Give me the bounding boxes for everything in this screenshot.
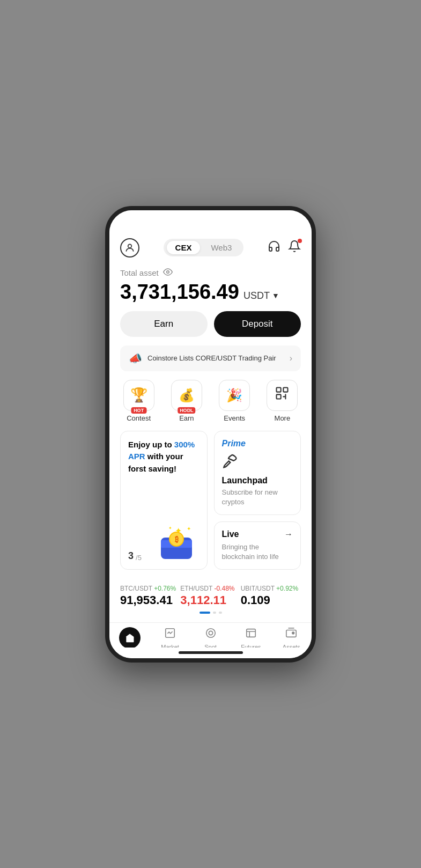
ubit-price: 0.109: [241, 593, 301, 607]
tab-switcher: CEX Web3: [164, 239, 244, 256]
svg-rect-4: [277, 394, 281, 399]
apr-text-before: Enjoy up to: [128, 440, 174, 449]
deposit-button[interactable]: Deposit: [214, 311, 301, 337]
ticker-dot-2: [219, 612, 222, 614]
svg-point-1: [166, 270, 169, 273]
quick-item-more[interactable]: More: [258, 380, 306, 422]
launchpad-card[interactable]: Prime Launchpad Subscribe for new crypto…: [214, 431, 301, 515]
svg-point-15: [209, 631, 212, 635]
svg-rect-16: [247, 629, 256, 637]
svg-rect-17: [286, 630, 296, 637]
ticker-dot-active: [200, 612, 210, 614]
spot-icon: [205, 627, 217, 642]
tab-web3[interactable]: Web3: [202, 241, 240, 254]
ticker-ubit[interactable]: UBIT/USDT +0.92% 0.109: [241, 585, 301, 607]
support-icon[interactable]: [268, 240, 280, 256]
ticker-btc[interactable]: BTC/USDT +0.76% 91,953.41: [120, 585, 180, 607]
banner-arrow-icon: ›: [290, 354, 292, 363]
events-icon: 🎉: [226, 388, 242, 403]
launchpad-rocket-icon: [222, 453, 293, 474]
quick-item-events[interactable]: 🎉 Events: [211, 380, 258, 422]
assets-icon: [285, 627, 297, 642]
home-icon: [119, 627, 141, 647]
live-subtitle: Bringing the blockchain into life: [222, 542, 293, 562]
btc-price: 91,953.41: [120, 593, 180, 607]
live-arrow-icon: →: [284, 529, 293, 539]
more-label: More: [275, 414, 291, 422]
svg-point-0: [128, 244, 132, 248]
nav-futures[interactable]: Futures: [231, 627, 271, 647]
launchpad-subtitle: Subscribe for new cryptos: [222, 488, 293, 507]
prime-label: Prime: [222, 439, 293, 448]
profile-icon[interactable]: [120, 238, 139, 258]
ticker-items: BTC/USDT +0.76% 91,953.41 ETH/USDT -0.48…: [120, 585, 301, 607]
tab-cex[interactable]: CEX: [167, 241, 201, 254]
contest-icon: 🏆: [130, 387, 147, 403]
earn-quick-icon: 💰: [179, 388, 195, 403]
svg-text:✦: ✦: [187, 526, 191, 532]
ticker-eth[interactable]: ETH/USDT -0.48% 3,112.11: [180, 585, 240, 607]
nav-home[interactable]: Home: [109, 627, 150, 647]
bottom-nav: Home Market Spot: [109, 622, 312, 647]
asset-label: Total asset: [120, 267, 301, 278]
svg-rect-3: [284, 388, 288, 392]
svg-text:✦: ✦: [168, 526, 172, 531]
card-page-total: /5: [136, 554, 142, 562]
earn-button[interactable]: Earn: [120, 311, 208, 337]
events-label: Events: [224, 414, 245, 422]
live-card[interactable]: Live → Bringing the blockchain into life: [214, 521, 301, 570]
asset-amount: 3,731,156.49 USDT ▼: [120, 281, 301, 304]
card-page-current: 3: [128, 550, 134, 562]
action-buttons: Earn Deposit: [109, 311, 312, 345]
notification-badge: [298, 239, 302, 243]
banner-text: Coinstore Lists CORE/USDT Trading Pair: [147, 354, 276, 362]
ticker-section: BTC/USDT +0.76% 91,953.41 ETH/USDT -0.48…: [109, 578, 312, 622]
nav-assets[interactable]: Assets: [271, 627, 312, 647]
announcement-banner[interactable]: 📣 Coinstore Lists CORE/USDT Trading Pair…: [120, 345, 301, 371]
ubit-change: +0.92%: [276, 585, 298, 592]
btc-change: +0.76%: [154, 585, 176, 592]
home-indicator: [109, 648, 312, 658]
header: CEX Web3: [109, 234, 312, 262]
hodl-badge: HODL: [178, 407, 196, 414]
eth-price: 3,112.11: [180, 593, 240, 607]
svg-text:₿: ₿: [174, 535, 178, 543]
eye-icon[interactable]: [163, 267, 173, 278]
asset-section: Total asset 3,731,156.49 USDT ▼: [109, 262, 312, 311]
currency-dropdown-icon[interactable]: ▼: [272, 291, 279, 300]
nav-market[interactable]: Market: [150, 627, 190, 647]
nav-spot[interactable]: Spot: [190, 627, 231, 647]
earn-quick-label: Earn: [179, 414, 194, 422]
market-icon: [164, 627, 176, 642]
contest-label: Contest: [127, 414, 151, 422]
quick-item-contest[interactable]: 🏆 HOT Contest: [115, 380, 163, 422]
megaphone-icon: 📣: [129, 352, 142, 365]
quick-item-earn[interactable]: 💰 HODL Earn: [163, 380, 210, 422]
notification-icon[interactable]: [288, 240, 301, 256]
ticker-dot-1: [213, 612, 216, 614]
futures-icon: [245, 627, 257, 642]
ticker-dots: [120, 607, 301, 618]
svg-rect-2: [277, 388, 281, 392]
more-icon: [275, 386, 290, 404]
quick-icons-row: 🏆 HOT Contest 💰 HODL Earn 🎉 Events: [109, 380, 312, 431]
live-title: Live: [222, 529, 239, 539]
cards-grid: Enjoy up to 300% APR with your forst sav…: [120, 431, 301, 570]
hot-badge: HOT: [131, 407, 146, 414]
svg-point-14: [206, 629, 215, 638]
wallet-illustration: ✦ ✦ ✦ ₿: [157, 524, 200, 562]
launchpad-title: Launchpad: [222, 476, 293, 486]
saving-card[interactable]: Enjoy up to 300% APR with your forst sav…: [120, 431, 208, 570]
eth-change: -0.48%: [214, 585, 234, 592]
